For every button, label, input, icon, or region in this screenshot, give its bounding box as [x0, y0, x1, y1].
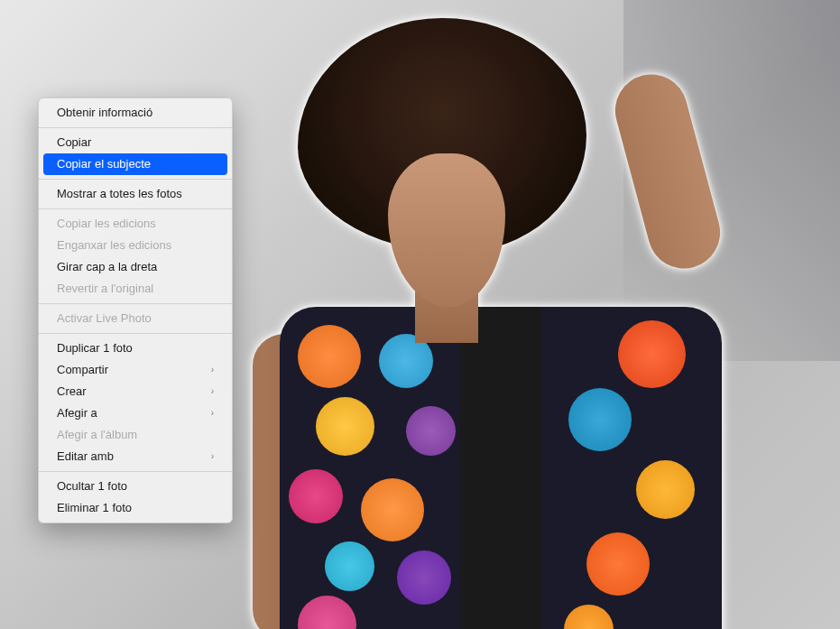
menu-item-show-in-all-photos[interactable]: Mostrar a totes les fotos — [39, 183, 232, 205]
subject-jacket — [280, 307, 722, 629]
menu-item-label: Ocultar 1 foto — [57, 478, 127, 495]
menu-item-label: Afegir a l'àlbum — [57, 427, 137, 443]
jacket-pattern — [289, 469, 343, 523]
menu-item-label: Copiar — [57, 134, 91, 151]
jacket-pattern — [316, 397, 374, 456]
menu-item-duplicate-photo[interactable]: Duplicar 1 foto — [39, 338, 232, 359]
menu-item-label: Revertir a l'original — [57, 281, 153, 297]
menu-item-label: Crear — [57, 384, 87, 400]
jacket-pattern — [298, 325, 361, 388]
menu-item-label: Editar amb — [57, 449, 114, 465]
chevron-right-icon: › — [211, 362, 214, 378]
menu-item-edit-with[interactable]: Editar amb› — [39, 446, 232, 467]
menu-item-hide-photo[interactable]: Ocultar 1 foto — [39, 476, 232, 497]
menu-item-label: Enganxar les edicions — [57, 237, 171, 254]
jacket-pattern — [564, 605, 614, 629]
menu-item-label: Mostrar a totes les fotos — [57, 186, 182, 202]
menu-separator — [39, 179, 232, 180]
menu-item-label: Activar Live Photo — [57, 310, 152, 327]
menu-item-label: Girar cap a la dreta — [57, 259, 157, 275]
photo-subject — [253, 18, 758, 623]
subject-face — [388, 153, 505, 307]
jacket-pattern — [636, 460, 695, 519]
menu-item-label: Afegir a — [57, 405, 97, 421]
jacket-pattern — [397, 550, 451, 605]
menu-item-copy-subject[interactable]: Copiar el subjecte — [43, 153, 227, 175]
menu-item-create[interactable]: Crear› — [39, 381, 232, 402]
menu-item-add-to-album: Afegir a l'àlbum — [39, 424, 232, 446]
menu-item-label: Duplicar 1 foto — [57, 340, 133, 356]
context-menu: Obtenir informacióCopiarCopiar el subjec… — [38, 97, 233, 523]
subject-arm — [607, 66, 728, 276]
menu-item-copy-edits: Copiar les edicions — [39, 213, 232, 235]
jacket-pattern — [325, 541, 374, 591]
jacket-pattern — [361, 478, 424, 541]
menu-item-add-to[interactable]: Afegir a› — [39, 402, 232, 424]
menu-item-activate-live-photo: Activar Live Photo — [39, 308, 232, 329]
menu-separator — [39, 127, 232, 128]
menu-item-delete-photo[interactable]: Eliminar 1 foto — [39, 497, 232, 519]
subject-selection-glow — [253, 18, 758, 623]
menu-item-copy[interactable]: Copiar — [39, 132, 232, 153]
menu-separator — [39, 333, 232, 334]
menu-separator — [39, 208, 232, 209]
menu-item-label: Eliminar 1 foto — [57, 500, 132, 516]
jacket-center — [460, 307, 541, 629]
jacket-pattern — [586, 532, 650, 596]
chevron-right-icon: › — [211, 405, 214, 421]
menu-item-label: Copiar el subjecte — [57, 156, 151, 172]
menu-item-share[interactable]: Compartir› — [39, 359, 232, 381]
menu-item-label: Compartir — [57, 362, 108, 378]
menu-separator — [39, 303, 232, 304]
jacket-pattern — [406, 406, 456, 456]
menu-item-label: Copiar les edicions — [57, 216, 156, 232]
chevron-right-icon: › — [211, 449, 214, 465]
jacket-pattern — [298, 596, 356, 629]
jacket-pattern — [568, 388, 632, 451]
menu-item-rotate-right[interactable]: Girar cap a la dreta — [39, 256, 232, 278]
chevron-right-icon: › — [211, 384, 214, 400]
menu-item-get-info[interactable]: Obtenir informació — [39, 102, 232, 124]
menu-item-paste-edits: Enganxar les edicions — [39, 235, 232, 256]
menu-separator — [39, 471, 232, 472]
menu-item-revert-original: Revertir a l'original — [39, 278, 232, 300]
jacket-pattern — [618, 320, 686, 388]
menu-item-label: Obtenir informació — [57, 105, 152, 121]
